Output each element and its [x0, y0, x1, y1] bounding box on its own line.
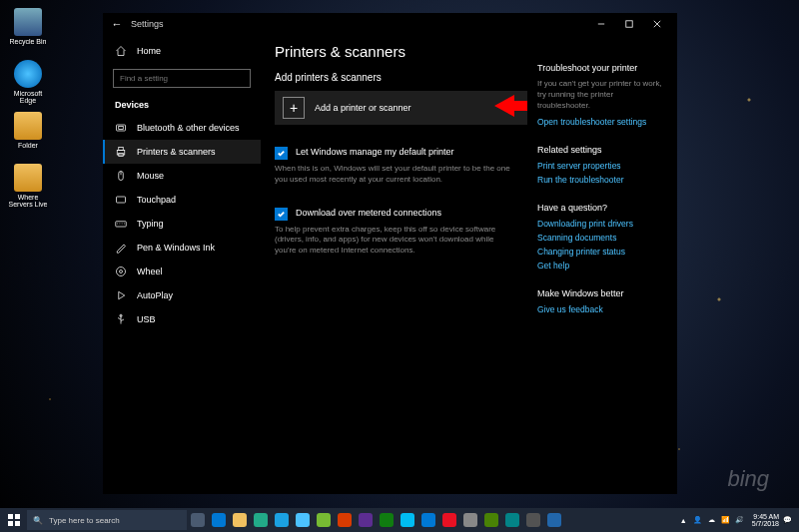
settings-window: ← Settings Home Devices Bluetooth & othe…: [103, 13, 677, 494]
taskbar-clock[interactable]: 9:45 AM 5/7/2018: [752, 513, 779, 527]
link-open-troubleshooter[interactable]: Open troubleshooter settings: [537, 117, 667, 127]
troubleshoot-heading: Troubleshoot your printer: [537, 63, 667, 73]
taskbar-app[interactable]: [544, 510, 564, 530]
taskbar-app[interactable]: [293, 510, 313, 530]
close-button[interactable]: [643, 15, 671, 33]
sidebar-item-touchpad[interactable]: Touchpad: [103, 188, 261, 212]
search-icon: 🔍: [33, 516, 43, 525]
sidebar-item-label: Printers & scanners: [137, 147, 216, 157]
maximize-button[interactable]: [615, 15, 643, 33]
svg-rect-11: [117, 197, 126, 203]
taskbar-app[interactable]: [377, 510, 397, 530]
keyboard-icon: [115, 218, 127, 230]
svg-rect-26: [15, 521, 20, 526]
option-description: When this is on, Windows will set your d…: [275, 164, 513, 186]
sidebar-home[interactable]: Home: [103, 39, 261, 63]
sidebar-item-usb[interactable]: USB: [103, 307, 261, 331]
taskbar-app[interactable]: [502, 510, 522, 530]
taskbar-app[interactable]: [523, 510, 543, 530]
start-button[interactable]: [2, 508, 26, 532]
autoplay-icon: [115, 289, 127, 301]
taskbar-app[interactable]: [251, 510, 271, 530]
sidebar-item-bluetooth[interactable]: Bluetooth & other devices: [103, 116, 261, 140]
taskbar-app[interactable]: [272, 510, 292, 530]
taskbar-app[interactable]: [230, 510, 250, 530]
related-heading: Related settings: [537, 145, 667, 155]
svg-rect-24: [15, 514, 20, 519]
wheel-icon: [115, 266, 127, 277]
sidebar-item-printers[interactable]: Printers & scanners: [103, 140, 261, 164]
printer-icon: [115, 146, 127, 158]
sidebar: Home Devices Bluetooth & other devices P…: [103, 35, 261, 494]
sidebar-item-wheel[interactable]: Wheel: [103, 260, 261, 283]
task-view-button[interactable]: [188, 510, 208, 530]
link-run-troubleshooter[interactable]: Run the troubleshooter: [537, 175, 667, 185]
touchpad-icon: [115, 194, 127, 206]
tray-icon[interactable]: ▲: [678, 515, 689, 526]
right-column: Troubleshoot your printer If you can't g…: [527, 35, 677, 494]
sidebar-section-label: Devices: [103, 98, 261, 116]
tray-volume-icon[interactable]: 🔊: [734, 515, 745, 526]
taskbar-app[interactable]: [356, 510, 376, 530]
link-feedback[interactable]: Give us feedback: [537, 304, 667, 314]
sidebar-item-mouse[interactable]: Mouse: [103, 164, 261, 188]
taskbar-app[interactable]: [398, 510, 417, 530]
svg-marker-19: [119, 291, 125, 299]
main-content: Printers & scanners Add printers & scann…: [261, 35, 527, 494]
desktop-icon-folder[interactable]: Folder: [8, 112, 48, 149]
troubleshoot-desc: If you can't get your printer to work, t…: [537, 79, 667, 111]
minimize-button[interactable]: [587, 15, 615, 33]
svg-rect-23: [8, 514, 13, 519]
taskbar-app[interactable]: [314, 510, 334, 530]
tray-people-icon[interactable]: 👤: [692, 515, 703, 526]
link-get-help[interactable]: Get help: [537, 261, 667, 270]
sidebar-item-label: Wheel: [137, 266, 163, 276]
better-heading: Make Windows better: [537, 288, 667, 298]
add-printer-button[interactable]: + Add a printer or scanner: [275, 91, 527, 125]
svg-rect-1: [626, 21, 632, 27]
desktop-icon-recycle-bin[interactable]: Recycle Bin: [8, 8, 48, 45]
tray-notifications-icon[interactable]: 💬: [782, 515, 793, 526]
mouse-icon: [115, 170, 127, 182]
link-print-server[interactable]: Print server properties: [537, 161, 667, 171]
option-description: To help prevent extra charges, keep this…: [275, 225, 513, 257]
link-download-drivers[interactable]: Downloading print drivers: [537, 219, 667, 229]
back-button[interactable]: ←: [109, 18, 125, 30]
sidebar-home-label: Home: [137, 46, 161, 56]
svg-rect-5: [119, 127, 124, 130]
titlebar: ← Settings: [103, 13, 677, 35]
svg-point-18: [120, 270, 123, 273]
taskbar-app[interactable]: [335, 510, 355, 530]
sidebar-search[interactable]: [113, 69, 251, 88]
taskbar-search-placeholder: Type here to search: [49, 516, 120, 525]
desktop-icon-where-servers[interactable]: Where Servers Live: [8, 164, 48, 208]
svg-rect-25: [8, 521, 13, 526]
usb-icon: [115, 313, 127, 325]
tray-onedrive-icon[interactable]: ☁: [706, 515, 717, 526]
taskbar-app[interactable]: [460, 510, 480, 530]
link-printer-status[interactable]: Changing printer status: [537, 247, 667, 257]
svg-rect-4: [117, 125, 126, 131]
add-section-heading: Add printers & scanners: [275, 72, 513, 83]
taskbar-app[interactable]: [439, 510, 459, 530]
plus-icon: +: [283, 97, 305, 119]
taskbar-app[interactable]: [481, 510, 501, 530]
window-title: Settings: [131, 19, 164, 29]
question-heading: Have a question?: [537, 203, 667, 213]
checkbox-metered[interactable]: [275, 208, 288, 221]
sidebar-item-autoplay[interactable]: AutoPlay: [103, 283, 261, 307]
sidebar-item-typing[interactable]: Typing: [103, 212, 261, 236]
svg-marker-22: [494, 95, 527, 117]
checkbox-default-printer[interactable]: [275, 147, 288, 160]
search-input[interactable]: [113, 69, 251, 88]
link-scanning[interactable]: Scanning documents: [537, 233, 667, 243]
bing-watermark: bing: [727, 466, 769, 492]
sidebar-item-pen[interactable]: Pen & Windows Ink: [103, 236, 261, 260]
sidebar-item-label: AutoPlay: [137, 290, 173, 300]
tray-network-icon[interactable]: 📶: [720, 515, 731, 526]
taskbar-app[interactable]: [418, 510, 438, 530]
desktop-icon-edge[interactable]: Microsoft Edge: [8, 60, 48, 104]
taskbar-search[interactable]: 🔍 Type here to search: [27, 510, 187, 530]
page-title: Printers & scanners: [275, 43, 513, 60]
taskbar-app[interactable]: [209, 510, 229, 530]
